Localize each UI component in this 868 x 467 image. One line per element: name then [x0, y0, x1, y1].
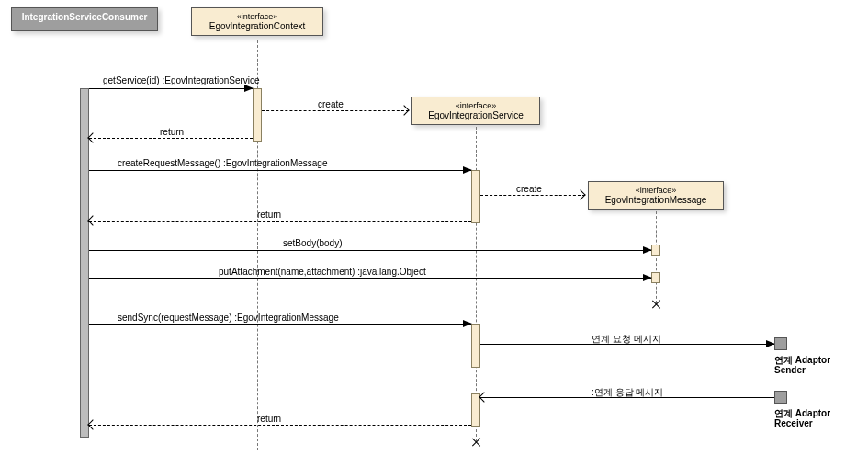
- msg-sendsync-arrow: [89, 324, 471, 325]
- participant-consumer-name: IntegrationServiceConsumer: [22, 12, 148, 22]
- msg-createrequest-arrowhead: [463, 166, 472, 174]
- msg-putattachment-arrowhead: [643, 274, 652, 281]
- activation-msg-2: [651, 272, 660, 283]
- msg-return3-arrow: [89, 425, 471, 426]
- activation-service-2: [471, 324, 480, 368]
- participant-context-name: EgovIntegrationContext: [209, 21, 306, 31]
- activation-service-3: [471, 393, 480, 427]
- participant-service-stereotype: «interface»: [420, 101, 532, 110]
- msg-request-label: 연계 요청 메시지: [592, 333, 661, 346]
- msg-create1-arrowhead: [399, 105, 409, 115]
- msg-putattachment-arrow: [89, 278, 651, 279]
- msg-return3-arrowhead: [87, 419, 97, 429]
- msg-return1-arrowhead: [87, 132, 97, 142]
- msg-getservice-label: getService(id) :EgovIntegrationService: [103, 75, 260, 85]
- participant-service: «interface» EgovIntegrationService: [411, 97, 540, 125]
- sender-label: 연계 Adaptor Sender: [774, 355, 848, 375]
- activation-service-1: [471, 170, 480, 223]
- msg-setbody-label: setBody(body): [283, 238, 342, 248]
- msg-putattachment-label: putAttachment(name,attachment) :java.lan…: [219, 267, 426, 277]
- participant-context: «interface» EgovIntegrationContext: [191, 7, 323, 36]
- destroy-message: [650, 299, 661, 310]
- msg-getservice-arrow: [89, 88, 253, 89]
- msg-setbody-arrow: [89, 250, 651, 251]
- activation-consumer: [80, 88, 89, 438]
- activation-msg-1: [651, 245, 660, 256]
- receiver-box: [774, 391, 787, 404]
- msg-reply-arrowhead: [479, 392, 489, 402]
- msg-setbody-arrowhead: [643, 246, 652, 254]
- lifeline-message: [656, 211, 657, 303]
- msg-getservice-arrowhead: [244, 85, 254, 92]
- participant-service-name: EgovIntegrationService: [428, 110, 523, 120]
- msg-create2-arrowhead: [575, 189, 585, 199]
- msg-sendsync-label: sendSync(requestMessage) :EgovIntegratio…: [118, 313, 339, 323]
- activation-context: [253, 88, 262, 142]
- participant-context-stereotype: «interface»: [199, 12, 315, 21]
- sender-box: [774, 337, 787, 350]
- participant-consumer: IntegrationServiceConsumer: [11, 7, 158, 31]
- participant-message-stereotype: «interface»: [596, 186, 716, 195]
- msg-reply-label: :연계 응답 메시지: [592, 386, 663, 399]
- msg-return1-label: return: [160, 127, 184, 137]
- msg-create1-label: create: [318, 99, 344, 109]
- participant-message-name: EgovIntegrationMessage: [605, 195, 707, 205]
- msg-return1-arrow: [89, 138, 253, 139]
- destroy-service: [470, 437, 481, 448]
- participant-message: «interface» EgovIntegrationMessage: [588, 181, 724, 210]
- msg-createrequest-arrow: [89, 170, 471, 171]
- receiver-label: 연계 Adaptor Receiver: [774, 408, 866, 428]
- msg-return2-arrow: [89, 221, 471, 222]
- msg-create2-label: create: [516, 184, 542, 194]
- msg-create1-arrow: [262, 110, 409, 111]
- msg-return2-arrowhead: [87, 215, 97, 225]
- msg-sendsync-arrowhead: [463, 320, 472, 327]
- msg-create2-arrow: [480, 195, 585, 196]
- msg-return2-label: return: [257, 210, 281, 220]
- msg-createrequest-label: createRequestMessage() :EgovIntegrationM…: [118, 158, 327, 168]
- msg-return3-label: return: [257, 414, 281, 424]
